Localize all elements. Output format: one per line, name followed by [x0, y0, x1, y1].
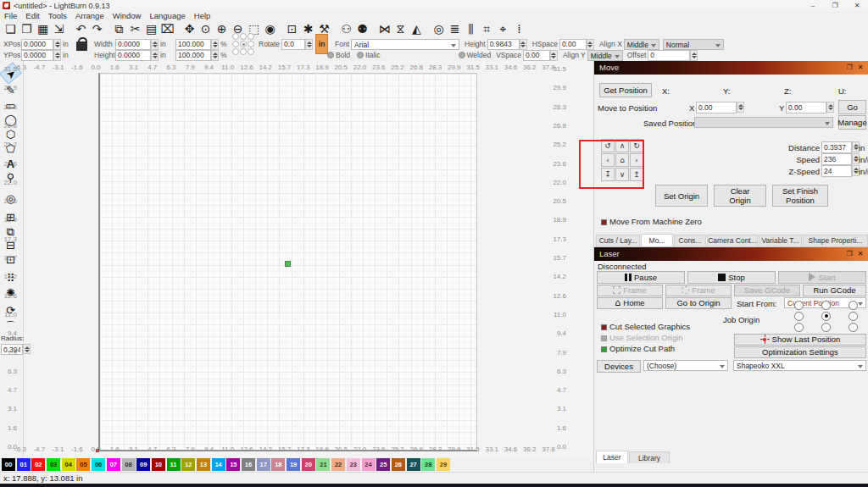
- save-gcode-button[interactable]: Save GCode: [734, 285, 800, 296]
- undo-icon[interactable]: ↶: [73, 21, 89, 37]
- get-position-button[interactable]: Get Position: [599, 83, 652, 97]
- frame-circle-button[interactable]: Frame: [665, 285, 732, 296]
- move-from-machine-zero-checkbox[interactable]: [601, 219, 607, 225]
- settings-gear-icon[interactable]: ✱: [300, 21, 316, 37]
- dock-tab-cameracont[interactable]: Camera Cont...: [707, 235, 758, 246]
- zoom-in-icon[interactable]: ⊕: [214, 21, 230, 37]
- align-icon[interactable]: ≣: [447, 21, 463, 37]
- bottom-tab-laser[interactable]: Laser: [596, 451, 628, 463]
- anchor-dot[interactable]: [240, 33, 247, 40]
- zoom-icon[interactable]: ⊙: [198, 21, 214, 37]
- copy-icon[interactable]: ⧉: [111, 21, 127, 37]
- anchor-dot-selected[interactable]: [240, 41, 247, 47]
- menu-file[interactable]: File: [0, 11, 21, 20]
- rotate-spinner[interactable]: [305, 39, 313, 50]
- use-selection-origin-checkbox[interactable]: [601, 335, 607, 341]
- move-origin-icon[interactable]: ⌖: [495, 21, 511, 37]
- palette-swatch-08[interactable]: 08: [122, 458, 136, 471]
- menu-tools[interactable]: Tools: [44, 11, 71, 20]
- speed-input[interactable]: [821, 153, 852, 165]
- new-file-icon[interactable]: ❏: [3, 21, 19, 37]
- close-panel-icon[interactable]: ✕: [855, 63, 865, 73]
- width-percent-spinner[interactable]: [211, 39, 219, 50]
- palette-swatch-29[interactable]: 29: [437, 458, 450, 471]
- move-y-input[interactable]: [786, 102, 826, 113]
- float-panel-icon[interactable]: ❐: [844, 249, 854, 259]
- palette-swatch-26[interactable]: 26: [392, 458, 405, 471]
- font-height-input[interactable]: [487, 39, 520, 50]
- xpos-input[interactable]: [21, 39, 53, 50]
- device-name-select[interactable]: Shapeoko XXL: [733, 360, 866, 371]
- anchor-dot[interactable]: [248, 41, 254, 47]
- move-panel-titlebar[interactable]: Move: [594, 61, 868, 75]
- menu-window[interactable]: Window: [108, 11, 146, 20]
- delete-icon[interactable]: ⌧: [159, 21, 175, 37]
- xpos-spinner[interactable]: [53, 39, 61, 50]
- job-origin-radio[interactable]: [849, 312, 858, 321]
- pan-icon[interactable]: ✥: [181, 21, 198, 37]
- saved-positions-select[interactable]: [694, 117, 833, 128]
- optimize-cut-path-checkbox[interactable]: [601, 346, 607, 352]
- height-percent-spinner[interactable]: [211, 50, 219, 61]
- device-choose-select[interactable]: (Choose): [643, 360, 728, 371]
- close-button[interactable]: ✕: [846, 0, 868, 11]
- job-origin-radio[interactable]: [821, 323, 831, 332]
- redo-icon[interactable]: ↷: [89, 21, 105, 37]
- devices-button[interactable]: Devices: [597, 360, 641, 373]
- job-origin-radio[interactable]: [794, 301, 804, 310]
- palette-swatch-07[interactable]: 07: [107, 458, 120, 471]
- palette-swatch-20[interactable]: 20: [302, 458, 315, 471]
- distribute-icon[interactable]: ⫼: [463, 21, 479, 37]
- paste-icon[interactable]: ▤: [143, 21, 159, 37]
- menu-help[interactable]: Help: [190, 11, 215, 20]
- set-origin-button[interactable]: Set Origin: [655, 185, 708, 207]
- palette-swatch-11[interactable]: 11: [167, 458, 181, 471]
- minimize-button[interactable]: –: [802, 0, 824, 11]
- font-select[interactable]: Arial: [351, 39, 459, 50]
- palette-swatch-22[interactable]: 22: [331, 458, 345, 471]
- mirror-icon[interactable]: ◭: [409, 21, 425, 37]
- hspace-spinner[interactable]: [587, 39, 594, 50]
- menu-edit[interactable]: Edit: [21, 11, 43, 20]
- job-origin-radio-selected[interactable]: [821, 312, 831, 321]
- set-finish-position-button[interactable]: Set Finish Position: [772, 185, 828, 207]
- anchor-dot[interactable]: [232, 41, 239, 47]
- height-input[interactable]: [115, 50, 151, 61]
- width-percent-input[interactable]: [175, 39, 211, 50]
- pause-button[interactable]: Pause: [597, 271, 685, 284]
- menu-arrange[interactable]: Arrange: [71, 11, 108, 20]
- font-height-spinner[interactable]: [520, 39, 527, 50]
- workspace-canvas[interactable]: Radius: ➤✎▭◯⬡⬠A⚲◎⊞⧉⊟⊡⠿✺⟳⌒ -6.3-6.3-4.7-4…: [0, 61, 593, 457]
- camera-capture-icon[interactable]: ◉: [262, 21, 278, 37]
- manage-button[interactable]: Manage: [838, 115, 866, 130]
- palette-swatch-03[interactable]: 03: [47, 458, 60, 471]
- user-group-icon[interactable]: ⚇: [338, 21, 354, 37]
- flip-vertical-icon[interactable]: ⧖: [392, 21, 409, 37]
- job-origin-radio[interactable]: [821, 301, 831, 310]
- distance-input[interactable]: [821, 141, 852, 153]
- stop-button[interactable]: Stop: [687, 271, 776, 284]
- laser-panel-titlebar[interactable]: Laser: [594, 247, 868, 261]
- palette-swatch-28[interactable]: 28: [421, 458, 435, 471]
- move-y-spinner[interactable]: [826, 102, 834, 113]
- palette-swatch-21[interactable]: 21: [316, 458, 330, 471]
- dock-tab-cons[interactable]: Cons...: [674, 235, 706, 246]
- home-button[interactable]: ⌂ Home: [597, 297, 663, 309]
- run-gcode-button[interactable]: Run GCode: [803, 285, 866, 296]
- palette-swatch-12[interactable]: 12: [181, 458, 195, 471]
- float-panel-icon[interactable]: ❐: [844, 63, 854, 73]
- height-percent-input[interactable]: [175, 50, 211, 61]
- ypos-input[interactable]: [21, 50, 53, 61]
- vspace-input[interactable]: [523, 50, 550, 61]
- move-x-spinner[interactable]: [737, 102, 744, 113]
- align-x-select[interactable]: Middle: [624, 39, 659, 50]
- job-origin-radio[interactable]: [794, 312, 804, 321]
- bottom-tab-library[interactable]: Library: [629, 451, 670, 463]
- import-file-icon[interactable]: ⇲: [51, 21, 67, 37]
- dock-tab-mo[interactable]: Mo...: [641, 234, 673, 246]
- start-button[interactable]: Start: [778, 271, 866, 284]
- flip-horizontal-icon[interactable]: ⋈: [376, 21, 392, 37]
- job-origin-radio[interactable]: [849, 323, 858, 332]
- rotate-input[interactable]: [281, 39, 305, 50]
- width-input[interactable]: [115, 39, 151, 50]
